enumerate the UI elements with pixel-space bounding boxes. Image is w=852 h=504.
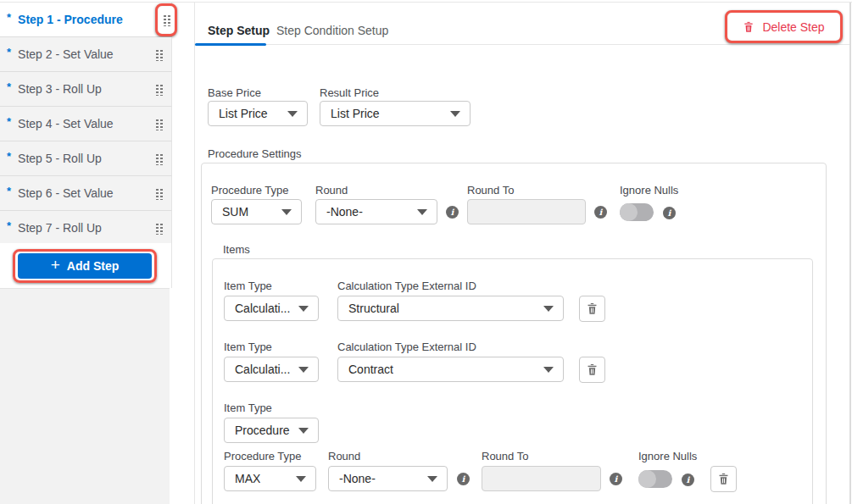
item-type-value: Calculati... [235,363,290,376]
delete-item-button-2[interactable] [579,357,605,383]
calc-type-value: Contract [348,363,393,376]
base-price-select[interactable]: List Price [208,101,308,126]
nested-ignore-nulls-label: Ignore Nulls [638,450,697,462]
chevron-down-icon [287,111,298,117]
required-asterisk-icon: * [7,185,11,197]
plus-icon: + [51,256,60,274]
step-label: Step 5 - Roll Up [18,152,102,165]
step-label: Step 4 - Set Value [18,117,114,130]
procedure-type-value: SUM [222,205,248,219]
procedure-type-label: Procedure Type [211,184,289,197]
required-asterisk-icon: * [7,150,11,163]
chevron-down-icon [296,476,306,482]
annotation-box-drag-handle [155,3,177,36]
chevron-down-icon [281,209,292,215]
drag-handle-icon[interactable] [154,48,163,61]
trash-icon [743,21,755,33]
nested-round-select[interactable]: -None- [328,466,448,491]
trash-icon [717,473,730,485]
procedure-settings-panel: Procedure Type SUM Round -None- i Round … [201,163,827,504]
drag-handle-icon[interactable] [154,222,163,235]
nested-ignore-nulls-toggle[interactable] [638,470,672,488]
info-icon[interactable]: i [594,206,607,219]
required-asterisk-icon: * [7,219,11,232]
drag-handle-icon[interactable] [154,152,163,165]
steps-sidebar: * Step 1 - Procedure * Step 2 - Set Valu… [0,3,172,246]
info-icon[interactable]: i [457,473,470,485]
add-step-section: + Add Step [0,243,172,288]
round-label: Round [315,184,348,197]
item-type-label: Item Type [224,280,272,292]
annotation-box-delete-step: Delete Step [725,10,843,43]
drag-handle-icon[interactable] [162,14,170,26]
info-icon[interactable]: i [682,474,694,486]
ignore-nulls-toggle[interactable] [620,203,654,221]
sidebar-item-step-5[interactable]: * Step 5 - Roll Up [0,141,172,176]
chevron-down-icon [543,367,554,373]
add-step-button[interactable]: + Add Step [18,253,152,279]
item-type-label: Item Type [224,402,272,414]
trash-icon [586,363,599,376]
items-panel: Item Type Calculati... Calculation Type … [212,258,813,504]
nested-round-value: -None- [339,472,376,485]
nested-round-label: Round [328,450,360,462]
active-tab-underline [195,43,266,46]
drag-handle-icon[interactable] [154,118,163,130]
tab-step-condition-setup[interactable]: Step Condition Setup [276,24,388,37]
chevron-down-icon [298,306,309,312]
item-type-value: Calculati... [235,302,290,315]
calc-type-label: Calculation Type External ID [337,341,476,353]
item-type-select-3[interactable]: Procedure [224,418,319,443]
sidebar-item-step-2[interactable]: * Step 2 - Set Value [0,37,172,72]
toggle-knob [638,470,656,488]
sidebar-item-step-7[interactable]: * Step 7 - Roll Up [0,211,172,246]
calc-type-label: Calculation Type External ID [337,280,476,292]
round-to-label: Round To [467,184,514,197]
step-label: Step 1 - Procedure [18,13,123,26]
calc-type-value: Structural [348,302,399,315]
nested-procedure-type-label: Procedure Type [224,450,302,462]
pricing-procedure-page: * Step 1 - Procedure * Step 2 - Set Valu… [0,0,852,504]
info-icon[interactable]: i [446,206,459,219]
item-type-select-1[interactable]: Calculati... [224,296,319,321]
tab-step-setup[interactable]: Step Setup [208,24,270,37]
base-price-label: Base Price [208,86,261,99]
item-type-select-2[interactable]: Calculati... [224,357,319,382]
result-price-label: Result Price [320,86,379,99]
result-price-value: List Price [331,107,380,120]
delete-item-button-1[interactable] [579,296,605,322]
base-price-value: List Price [219,107,268,120]
drag-handle-icon[interactable] [154,187,163,200]
result-price-select[interactable]: List Price [320,101,471,126]
sidebar-empty-area [0,288,170,504]
chevron-down-icon [298,367,309,373]
nested-round-to-input[interactable] [482,466,601,491]
sidebar-item-step-3[interactable]: * Step 3 - Roll Up [0,72,172,107]
required-asterisk-icon: * [7,115,11,128]
info-icon[interactable]: i [610,473,622,485]
tab-bar: Step Setup Step Condition Setup Delete S… [195,3,849,45]
required-asterisk-icon: * [7,80,11,93]
delete-nested-procedure-button[interactable] [710,466,737,492]
items-title: Items [223,243,250,256]
round-value: -None- [326,205,363,219]
round-to-input[interactable] [467,199,586,224]
chevron-down-icon [450,111,460,117]
calc-type-select-1[interactable]: Structural [337,296,564,321]
sidebar-item-step-4[interactable]: * Step 4 - Set Value [0,107,172,141]
round-select[interactable]: -None- [315,199,437,224]
drag-handle-icon[interactable] [154,83,163,96]
procedure-type-select[interactable]: SUM [211,199,302,224]
item-type-value: Procedure [235,424,290,437]
delete-step-button[interactable]: Delete Step [762,20,824,34]
info-icon[interactable]: i [663,207,676,219]
required-asterisk-icon: * [7,46,11,58]
sidebar-item-step-1[interactable]: * Step 1 - Procedure [0,3,172,37]
calc-type-select-2[interactable]: Contract [337,357,564,382]
nested-procedure-type-select[interactable]: MAX [224,466,316,491]
sidebar-item-step-6[interactable]: * Step 6 - Set Value [0,176,172,211]
nested-round-to-label: Round To [482,450,528,462]
step-label: Step 6 - Set Value [18,186,114,200]
step-label: Step 7 - Roll Up [18,221,102,235]
required-asterisk-icon: * [7,11,11,24]
